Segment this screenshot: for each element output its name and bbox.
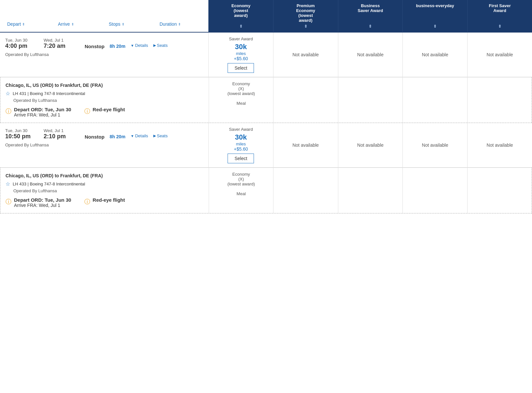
flight-1-economy-class: Economy(X)(lowest award) <box>212 81 271 96</box>
flight-1-miles-unit: miles <box>236 51 246 56</box>
flight-row-1: Tue, Jun 30 4:00 pm Wed, Jul 1 7:20 am N… <box>0 33 532 77</box>
flight-1-depart-date: Tue, Jun 30 <box>5 38 41 43</box>
details-label: Details <box>135 43 148 48</box>
first-saver-sort-arrow: ⇕ <box>498 24 501 29</box>
flight-1-details-economy-col: Economy(X)(lowest award) Meal <box>209 77 273 123</box>
flight-1-code: LH 431 | Boeing 747-8 Intercontinental <box>13 91 85 96</box>
star-icon-1: ☆ <box>6 90 10 97</box>
economy-award-label: Economy(lowestaward) <box>231 3 251 18</box>
seats-label-2: Seats <box>157 133 168 138</box>
star-icon-2: ☆ <box>6 181 10 187</box>
stops-column-header[interactable]: Stops ⇕ <box>107 19 158 29</box>
flight-1-depart-label: Depart ORD: Tue, Jun 30 <box>14 107 71 112</box>
flight-1-right: Saver Award 30k miles +$5.60 Select Not … <box>208 33 532 77</box>
details-label-2: Details <box>135 133 148 138</box>
flight-2-details-right: Economy(X)(lowest award) Meal <box>209 168 532 213</box>
flight-1-redeye-label: Red-eye flight <box>93 107 125 112</box>
flight-2-detail-operator: Operated By Lufthansa <box>6 188 203 193</box>
duration-sort-icon: ⇕ <box>178 22 181 26</box>
flight-2-depart-arrive: ⓘ Depart ORD: Tue, Jun 30 Arrive FRA: We… <box>6 197 203 208</box>
flight-2-economy-class: Economy(X)(lowest award) <box>212 172 271 186</box>
flight-1-details-biz-saver-col <box>338 77 402 123</box>
premium-economy-sort-arrow: ⇕ <box>304 24 307 29</box>
flight-2-duration: 8h 20m <box>110 134 125 139</box>
flight-2-miles-unit: miles <box>236 142 246 146</box>
flight-2-info-row: ☆ LH 433 | Boeing 747-8 Intercontinental <box>6 181 203 187</box>
flight-2-arrive-label: Arrive FRA: Wed, Jul 1 <box>14 203 71 208</box>
flight-1-economy-award: Saver Award 30k miles +$5.60 Select <box>208 33 273 77</box>
business-saver-sort-arrow: ⇕ <box>369 24 372 29</box>
flight-2-left: Tue, Jun 30 10:50 pm Wed, Jul 1 2:10 pm … <box>0 123 208 167</box>
flight-1-select-button[interactable]: Select <box>228 63 254 73</box>
flight-1-depart-time: 4:00 pm <box>5 43 41 49</box>
flight-2-details-left: Chicago, IL, US (ORD) to Frankfurt, DE (… <box>0 168 209 213</box>
flight-1-arrive-date: Wed, Jul 1 <box>44 38 79 43</box>
flight-2-right: Saver Award 30k miles +$5.60 Select Not … <box>208 123 532 167</box>
depart-column-header[interactable]: Depart ⇕ <box>5 19 56 29</box>
flight-1-meal: Meal <box>212 101 271 106</box>
flight-2-depart-date: Tue, Jun 30 <box>5 128 41 133</box>
duration-column-header[interactable]: Duration ⇕ <box>158 19 208 29</box>
flight-2-economy-award: Saver Award 30k miles +$5.60 Select <box>208 123 273 167</box>
stops-label: Stops <box>109 21 120 27</box>
arrive-sort-icon: ⇕ <box>71 22 74 26</box>
flight-1-depart-info: ⓘ Depart ORD: Tue, Jun 30 Arrive FRA: We… <box>6 107 71 117</box>
left-columns-header: Depart ⇕ Arrive ⇕ Stops ⇕ Duration ⇕ <box>0 0 208 32</box>
flight-1-route: Chicago, IL, US (ORD) to Frankfurt, DE (… <box>6 83 203 88</box>
flight-2-details-link[interactable]: ▼ Details <box>131 133 148 138</box>
flight-1-details-biz-everyday-col <box>402 77 467 123</box>
info-icon-depart-2: ⓘ <box>6 198 11 206</box>
flight-1-arrive-label: Arrive FRA: Wed, Jul 1 <box>14 112 71 117</box>
flight-1-biz-saver-not-available: Not available <box>357 52 384 57</box>
premium-economy-award-label: PremiumEconomy(lowestaward) <box>296 3 315 23</box>
business-saver-award-header[interactable]: BusinessSaver Award ⇕ <box>338 0 403 32</box>
arrive-column-header[interactable]: Arrive ⇕ <box>56 19 107 29</box>
flight-1-first-saver-award: Not available <box>467 33 532 77</box>
flight-2-details-premium-col <box>273 168 338 213</box>
flight-2-premium-not-available: Not available <box>292 142 319 148</box>
flight-1-info-row: ☆ LH 431 | Boeing 747-8 Intercontinental <box>6 90 203 97</box>
flight-2-redeye-label: Red-eye flight <box>93 197 125 203</box>
flight-1-fee: +$5.60 <box>234 56 248 61</box>
flight-1-saver-label: Saver Award <box>229 36 253 41</box>
flight-1-biz-everyday-not-available: Not available <box>422 52 448 57</box>
flight-2-depart-info: ⓘ Depart ORD: Tue, Jun 30 Arrive FRA: We… <box>6 197 71 208</box>
flight-1-details-right: Economy(X)(lowest award) Meal <box>209 77 532 123</box>
business-everyday-sort-arrow: ⇕ <box>433 24 437 29</box>
business-everyday-award-header[interactable]: business-everyday ⇕ <box>402 0 467 32</box>
flight-2-miles: 30k <box>235 133 247 142</box>
flight-1-details-panel: Chicago, IL, US (ORD) to Frankfurt, DE (… <box>0 77 532 123</box>
flight-2-seats-link[interactable]: ▶ Seats <box>153 133 168 138</box>
first-saver-award-header[interactable]: First SaverAward ⇕ <box>467 0 532 32</box>
flight-1-arrive-time: 7:20 am <box>44 43 79 49</box>
flight-1-duration: 8h 20m <box>110 44 125 49</box>
flight-2-code: LH 433 | Boeing 747-8 Intercontinental <box>13 182 85 186</box>
flight-1-business-everyday-award: Not available <box>402 33 467 77</box>
flight-1-details-left: Chicago, IL, US (ORD) to Frankfurt, DE (… <box>0 77 209 123</box>
seats-label: Seats <box>157 43 168 48</box>
first-saver-award-label: First SaverAward <box>489 3 511 13</box>
flight-2-details-economy-col: Economy(X)(lowest award) Meal <box>209 168 273 213</box>
flight-1-details-link[interactable]: ▼ Details <box>131 43 148 48</box>
flight-2-details-biz-saver-col <box>338 168 402 213</box>
info-icon-depart-1: ⓘ <box>6 107 11 115</box>
economy-award-header[interactable]: Economy(lowestaward) ⇕ <box>208 0 273 32</box>
flight-1-first-not-available: Not available <box>487 52 513 57</box>
flight-2-select-button[interactable]: Select <box>228 154 254 163</box>
flight-1-left: Tue, Jun 30 4:00 pm Wed, Jul 1 7:20 am N… <box>0 33 208 77</box>
flight-1-miles: 30k <box>235 43 247 51</box>
flight-2-details-first-col <box>467 168 532 213</box>
business-saver-award-label: BusinessSaver Award <box>357 3 383 13</box>
flight-2-first-not-available: Not available <box>487 142 513 148</box>
award-columns-header: Economy(lowestaward) ⇕ PremiumEconomy(lo… <box>208 0 532 32</box>
duration-label: Duration <box>160 21 177 27</box>
flight-2-saver-label: Saver Award <box>229 127 253 132</box>
flight-2-operator: Operated By Lufthansa <box>5 142 203 147</box>
premium-economy-award-header[interactable]: PremiumEconomy(lowestaward) ⇕ <box>273 0 338 32</box>
info-icon-redeye-2: ⓘ <box>84 198 90 206</box>
flight-2-details-panel: Chicago, IL, US (ORD) to Frankfurt, DE (… <box>0 168 532 213</box>
flight-1-seats-link[interactable]: ▶ Seats <box>153 43 168 48</box>
flight-2-depart-time: 10:50 pm <box>5 133 41 140</box>
flight-2-biz-saver-not-available: Not available <box>357 142 384 148</box>
flight-2-premium-economy-award: Not available <box>273 123 338 167</box>
